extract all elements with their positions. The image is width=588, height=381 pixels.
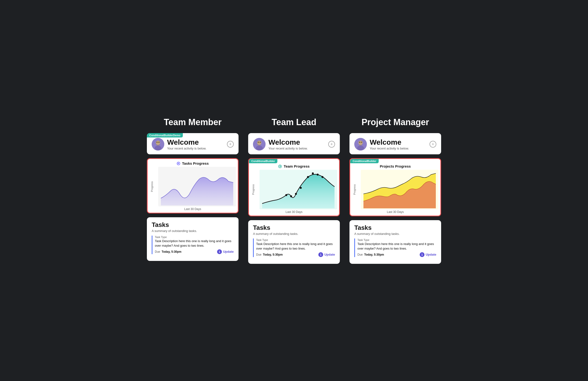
task-item-project-manager: Task Type Task Description here this one… (354, 238, 436, 257)
svg-point-17 (321, 176, 323, 178)
svg-point-11 (290, 195, 292, 197)
progress-title-project-manager: Projects Progress (380, 164, 411, 168)
task-item-team-member: Task Type Task Description here this one… (152, 236, 234, 254)
x-label-team-member: Last 30 Days (147, 206, 238, 213)
x-label-team-lead: Last 30 Days (249, 209, 339, 215)
svg-point-4 (158, 142, 160, 143)
task-type-team-lead: Task Type (256, 238, 335, 241)
svg-point-7 (256, 146, 263, 150)
tasks-card-team-member: Tasks A summary of outstanding tasks. Ta… (147, 217, 238, 261)
progress-dot-team-lead (278, 165, 282, 168)
update-text-team-lead: Update (324, 253, 335, 256)
y-label-team-member: Progress (149, 181, 154, 192)
task-desc-project-manager: Task Description here this one is really… (357, 242, 436, 251)
tasks-card-project-manager: Tasks A summary of outstanding tasks. Ta… (350, 220, 441, 264)
svg-point-8 (258, 142, 259, 143)
svg-point-16 (317, 174, 319, 175)
progress-title-team-lead: Team Progress (284, 164, 309, 168)
welcome-card-team-lead: Welcome Your recent activity is below. + (248, 133, 340, 154)
update-badge-project-manager: 1 (420, 252, 424, 257)
tasks-sub-project-manager: A summary of outstanding tasks. (354, 232, 436, 236)
update-button-team-member[interactable]: 1 Update (217, 249, 234, 254)
demo-badge-team-member: ConditionalBuilderDemo (147, 133, 183, 137)
tasks-sub-team-lead: A summary of outstanding tasks. (253, 232, 335, 236)
due-label-project-manager: Due (357, 253, 363, 256)
due-date-project-manager: Today, 5:30pm (364, 253, 384, 256)
svg-point-12 (295, 193, 297, 195)
tasks-title-team-lead: Tasks (253, 224, 335, 232)
column-title-project-manager: Project Manager (361, 117, 429, 127)
welcome-card-project-manager: Welcome Your recent activity is below. + (350, 133, 441, 154)
svg-point-20 (357, 146, 364, 150)
progress-card-project-manager: ConditionalBuilder Projects Progress Pro… (350, 158, 441, 216)
welcome-sub-team-lead: Your recent activity is below. (269, 147, 325, 150)
welcome-title-team-member: Welcome (167, 138, 224, 146)
avatar-project-manager (354, 138, 367, 150)
column-project-manager: Project Manager (350, 117, 441, 264)
task-type-team-member: Task Type (155, 236, 234, 238)
progress-title-team-member: Tasks Progress (182, 161, 209, 166)
svg-point-9 (259, 142, 261, 143)
svg-point-19 (358, 141, 363, 145)
svg-point-15 (312, 172, 314, 174)
welcome-sub-team-member: Your recent activity is below. (167, 147, 224, 150)
demo-badge-team-lead: ConditionalBuilder (249, 159, 277, 163)
due-date-team-lead: Today, 5:30pm (263, 253, 283, 256)
welcome-sub-project-manager: Your recent activity is below. (370, 147, 427, 150)
update-button-project-manager[interactable]: 1 Update (420, 252, 436, 257)
tasks-title-team-member: Tasks (152, 221, 234, 229)
demo-badge-project-manager: ConditionalBuilder (350, 159, 379, 163)
progress-dot-team-member (177, 162, 180, 165)
svg-point-6 (257, 141, 261, 145)
y-label-project-manager: Progress (352, 184, 357, 195)
update-text-project-manager: Update (426, 253, 436, 256)
svg-point-3 (156, 142, 158, 143)
task-item-team-lead: Task Type Task Description here this one… (253, 238, 335, 257)
tasks-card-team-lead: Tasks A summary of outstanding tasks. Ta… (248, 220, 340, 264)
add-button-team-lead[interactable]: + (328, 141, 335, 148)
column-team-lead: Team Lead We (248, 117, 340, 264)
task-desc-team-lead: Task Description here this one is really… (256, 242, 335, 251)
column-title-team-lead: Team Lead (272, 117, 316, 127)
column-team-member: Team Member ConditionalBuilderDemo (147, 117, 238, 261)
tasks-sub-team-member: A summary of outstanding tasks. (152, 229, 234, 233)
update-text-team-member: Update (223, 250, 234, 254)
tasks-title-project-manager: Tasks (354, 224, 436, 232)
welcome-title-project-manager: Welcome (370, 138, 427, 146)
avatar-team-member (152, 138, 164, 150)
x-label-project-manager: Last 30 Days (350, 209, 441, 215)
due-label-team-member: Due (155, 250, 160, 254)
task-type-project-manager: Task Type (357, 238, 436, 241)
page-container: Team Member ConditionalBuilderDemo (125, 117, 463, 264)
welcome-title-team-lead: Welcome (269, 138, 325, 146)
update-badge-team-member: 1 (217, 249, 222, 254)
progress-card-team-member: Tasks Progress Progress (147, 158, 238, 213)
add-button-project-manager[interactable]: + (430, 141, 436, 148)
column-title-team-member: Team Member (164, 117, 221, 127)
progress-card-team-lead: ConditionalBuilder Team Progress Progres… (248, 158, 340, 216)
update-badge-team-lead: 1 (318, 252, 323, 257)
svg-point-1 (156, 141, 160, 145)
avatar-team-lead (253, 138, 266, 150)
welcome-card-team-member: ConditionalBuilderDemo (147, 133, 238, 154)
svg-point-10 (285, 194, 287, 196)
svg-point-2 (155, 146, 161, 150)
task-desc-team-member: Task Description here this one is really… (155, 239, 234, 248)
add-button-team-member[interactable]: + (227, 141, 234, 148)
due-label-team-lead: Due (256, 253, 261, 256)
svg-point-21 (359, 142, 360, 143)
svg-point-14 (307, 176, 309, 178)
update-button-team-lead[interactable]: 1 Update (318, 252, 335, 257)
svg-point-22 (361, 142, 362, 143)
svg-point-13 (300, 187, 302, 189)
due-date-team-member: Today, 5:30pm (162, 250, 181, 254)
y-label-team-lead: Progress (251, 184, 256, 195)
